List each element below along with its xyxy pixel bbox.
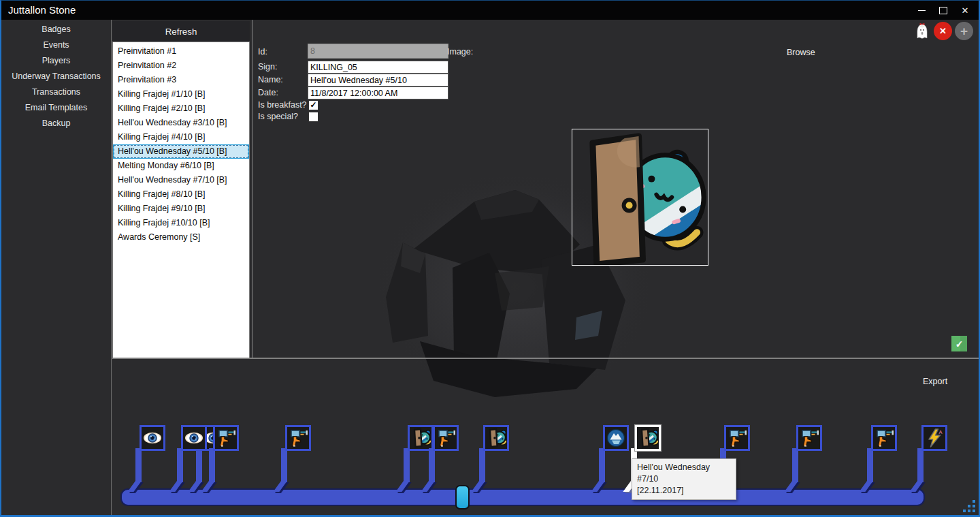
marker-stem (209, 448, 215, 482)
marker-stem (917, 448, 924, 482)
date-field[interactable] (308, 87, 448, 99)
record-actions-toolbar: ✕ + (913, 22, 973, 40)
check-icon: ✓ (956, 339, 964, 349)
sidebar: BadgesEventsPlayersUnderway Transactions… (1, 25, 111, 128)
sign-field[interactable] (308, 61, 448, 74)
marker-stem (867, 448, 873, 482)
browse-button[interactable]: Browse (783, 47, 819, 58)
timeline-tooltip: Hell'ou Wednesday #7/10 [22.11.2017] (632, 458, 736, 500)
sidebar-divider (111, 20, 112, 515)
is-breakfast-label: Is breakfast? (258, 100, 307, 110)
close-button[interactable]: ✕ (954, 1, 976, 19)
marker-stem (599, 448, 605, 482)
resize-grip[interactable] (962, 500, 975, 513)
marker-foot (909, 481, 924, 492)
list-item[interactable]: Awards Ceremony [S] (113, 230, 249, 245)
iceberg-icon[interactable] (603, 425, 629, 451)
list-form-divider (252, 20, 252, 358)
sign-label: Sign: (258, 62, 278, 72)
list-item[interactable]: Hell'ou Wednesday #7/10 [B] (113, 173, 249, 187)
sidebar-item-underway-transactions[interactable]: Underway Transactions (12, 72, 101, 81)
list-item[interactable]: Preinvitation #3 (113, 73, 249, 87)
list-item[interactable]: Melting Monday #6/10 [B] (113, 159, 249, 173)
maximize-button[interactable] (932, 1, 954, 19)
marker-foot (471, 481, 485, 492)
worker-icon[interactable] (433, 425, 459, 451)
marker-stem (281, 448, 287, 482)
export-button[interactable]: Export (919, 376, 951, 387)
marker-stem (479, 448, 485, 482)
name-field[interactable] (308, 74, 448, 87)
timeline-panel-divider (112, 358, 979, 359)
marker-foot (273, 481, 287, 492)
marker-stem (404, 448, 410, 482)
eye-icon[interactable] (181, 425, 207, 451)
timeline-marker-worker[interactable] (285, 425, 311, 507)
refresh-button[interactable]: Refresh (112, 21, 250, 42)
minimize-button[interactable] (911, 1, 932, 19)
tooltip-date: [22.11.2017] (637, 485, 731, 497)
marker-stem (792, 448, 798, 482)
list-item[interactable]: Killing Frajdej #2/10 [B] (113, 101, 249, 116)
timeline-marker-eye[interactable] (181, 425, 207, 507)
sidebar-item-backup[interactable]: Backup (42, 119, 71, 128)
list-item[interactable]: Hell'ou Wednesday #3/10 [B] (113, 116, 249, 130)
tooltip-title: Hell'ou Wednesday #7/10 (637, 462, 731, 485)
confirm-button[interactable]: ✓ (951, 336, 967, 351)
timeline-marker-door[interactable] (483, 425, 509, 507)
worker-icon[interactable] (871, 425, 897, 451)
eye-icon[interactable] (140, 425, 165, 451)
worker-icon[interactable] (285, 425, 311, 451)
save-button[interactable] (913, 22, 931, 40)
door-icon[interactable] (483, 425, 509, 451)
list-item[interactable]: Hell'ou Wednesday #5/10 [B] (113, 144, 249, 159)
timeline-marker-worker[interactable] (213, 425, 239, 507)
sidebar-item-transactions[interactable]: Transactions (32, 88, 80, 97)
sidebar-item-badges[interactable]: Badges (42, 25, 70, 34)
timeline-marker-lightning[interactable]: A (921, 425, 947, 507)
door-icon[interactable] (635, 425, 661, 451)
list-item[interactable]: Killing Frajdej #8/10 [B] (113, 187, 249, 202)
list-item[interactable]: Killing Frajdej #10/10 [B] (113, 216, 249, 230)
date-label: Date: (258, 88, 278, 97)
timeline-marker-worker[interactable] (871, 425, 897, 507)
marker-foot (859, 481, 873, 492)
worker-icon[interactable] (796, 425, 822, 451)
marker-stem (177, 448, 183, 482)
sidebar-item-email-templates[interactable]: Email Templates (25, 104, 87, 112)
app-window: Juttallon Stone ✕ ✕ + BadgesEventsPlayer… (0, 0, 980, 517)
marker-stem (135, 448, 142, 482)
is-special-checkbox[interactable] (308, 112, 318, 122)
list-item[interactable]: Killing Frajdej #1/10 [B] (113, 87, 249, 101)
marker-foot (784, 481, 798, 492)
door-icon[interactable] (408, 425, 434, 451)
timeline-marker-worker[interactable] (796, 425, 822, 507)
sidebar-item-events[interactable]: Events (43, 41, 69, 50)
timeline-marker-eye[interactable] (140, 425, 165, 507)
events-listbox[interactable]: Preinvitation #1Preinvitation #2Preinvit… (112, 42, 250, 359)
timeline-slider-handle[interactable] (455, 485, 470, 510)
is-special-label: Is special? (258, 112, 298, 121)
sidebar-item-players[interactable]: Players (42, 57, 71, 65)
minimize-icon (918, 10, 926, 11)
list-item[interactable]: Preinvitation #2 (113, 59, 249, 73)
list-item[interactable]: Killing Frajdej #4/10 [B] (113, 130, 249, 144)
lightning-icon[interactable]: A (921, 425, 947, 451)
list-item[interactable]: Preinvitation #1 (113, 44, 249, 59)
name-label: Name: (258, 75, 283, 84)
delete-button[interactable]: ✕ (934, 22, 952, 40)
marker-foot (395, 481, 410, 492)
add-button[interactable]: + (955, 22, 973, 40)
marker-foot (169, 481, 183, 492)
svg-text:A: A (939, 429, 943, 435)
window-title: Juttallon Stone (8, 4, 76, 16)
worker-icon[interactable] (213, 425, 239, 451)
mascot-save-icon (915, 22, 930, 40)
close-icon: ✕ (962, 6, 969, 15)
titlebar: Juttallon Stone ✕ (1, 1, 979, 20)
is-breakfast-checkbox[interactable]: ✓ (308, 100, 318, 110)
timeline-marker-iceberg[interactable] (603, 425, 629, 507)
id-label: Id: (258, 47, 267, 57)
worker-icon[interactable] (724, 425, 750, 451)
list-item[interactable]: Killing Frajdej #9/10 [B] (113, 202, 249, 216)
